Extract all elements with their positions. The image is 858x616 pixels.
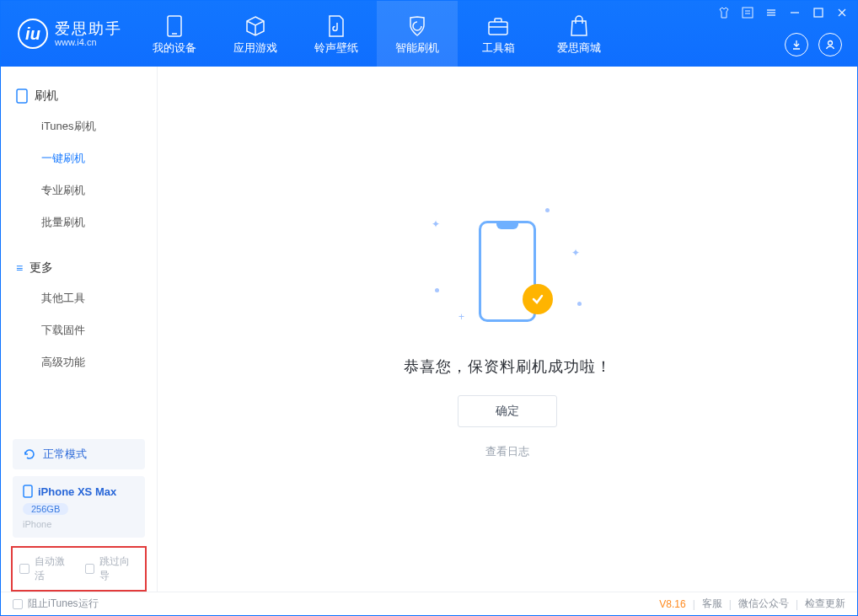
- window-controls: [717, 6, 849, 19]
- nav-toolbox[interactable]: 工具箱: [458, 1, 539, 67]
- sidebar-item-other-tools[interactable]: 其他工具: [1, 282, 157, 314]
- tshirt-icon[interactable]: [717, 6, 731, 19]
- sidebar-section-more: ≡ 更多: [1, 254, 157, 282]
- nav-label: 铃声壁纸: [314, 40, 358, 56]
- device-type: iPhone: [23, 519, 135, 529]
- device-icon: [16, 88, 28, 104]
- svg-rect-16: [24, 485, 32, 497]
- cube-icon: [244, 15, 266, 37]
- mode-button[interactable]: 正常模式: [13, 439, 145, 469]
- shield-icon: [407, 15, 427, 37]
- version-label: V8.16: [659, 598, 685, 610]
- device-card[interactable]: iPhone XS Max 256GB iPhone: [13, 476, 145, 538]
- maximize-icon[interactable]: [812, 6, 825, 19]
- logo-icon: iu: [18, 19, 48, 49]
- menu-icon[interactable]: [764, 6, 778, 19]
- list-icon: ≡: [16, 261, 23, 275]
- checkbox-icon: [13, 599, 23, 609]
- option-skip-guide[interactable]: 跳过向导: [85, 554, 139, 583]
- nav-smart-flash[interactable]: 智能刷机: [377, 1, 458, 67]
- nav-label: 应用游戏: [233, 40, 277, 56]
- app-url: www.i4.cn: [55, 38, 122, 47]
- nav-store[interactable]: 爱思商城: [539, 1, 619, 67]
- success-message: 恭喜您，保资料刷机成功啦！: [404, 356, 612, 377]
- svg-rect-15: [17, 89, 27, 103]
- checkbox-icon: [85, 564, 95, 574]
- bag-icon: [570, 15, 588, 37]
- title-bar: iu 爱思助手 www.i4.cn 我的设备 应用游戏 铃声壁纸 智能刷机 工具…: [1, 1, 857, 67]
- music-file-icon: [327, 15, 346, 37]
- user-button[interactable]: [818, 33, 842, 56]
- option-auto-activate[interactable]: 自动激活: [19, 554, 73, 583]
- section-title: 刷机: [35, 88, 58, 104]
- svg-rect-11: [814, 8, 823, 17]
- opt-label: 自动激活: [35, 554, 73, 583]
- nav-ringtone-wallpaper[interactable]: 铃声壁纸: [296, 1, 377, 67]
- download-button[interactable]: [785, 33, 808, 56]
- toolbox-icon: [487, 15, 509, 37]
- svg-rect-4: [743, 8, 753, 18]
- mode-label: 正常模式: [43, 447, 87, 462]
- opt-label: 阻止iTunes运行: [28, 597, 99, 611]
- spark-icon: +: [458, 311, 464, 323]
- options-row: 自动激活 跳过向导: [11, 546, 147, 592]
- app-name: 爱思助手: [55, 21, 122, 36]
- main-content: ✦ ✦ + 恭喜您，保资料刷机成功啦！ 确定 查看日志: [158, 67, 857, 592]
- nav-label: 工具箱: [482, 40, 515, 56]
- confirm-button[interactable]: 确定: [458, 395, 557, 427]
- phone-icon: [23, 485, 33, 498]
- spark-icon: ✦: [432, 218, 440, 230]
- check-badge-icon: [523, 284, 553, 314]
- device-storage: 256GB: [23, 503, 68, 515]
- nav-label: 爱思商城: [557, 40, 601, 56]
- close-icon[interactable]: [835, 6, 849, 19]
- statusbar-link-wechat[interactable]: 微信公众号: [738, 597, 789, 611]
- header-actions: [785, 33, 842, 56]
- main-nav: 我的设备 应用游戏 铃声壁纸 智能刷机 工具箱 爱思商城: [134, 1, 619, 67]
- sidebar-item-batch-flash[interactable]: 批量刷机: [1, 206, 157, 238]
- nav-apps-games[interactable]: 应用游戏: [215, 1, 296, 67]
- status-bar: 阻止iTunes运行 V8.16 | 客服 | 微信公众号 | 检查更新: [1, 592, 857, 615]
- opt-label: 跳过向导: [99, 554, 138, 583]
- sidebar: 刷机 iTunes刷机 一键刷机 专业刷机 批量刷机 ≡ 更多 其他工具 下载固…: [1, 67, 158, 592]
- sidebar-item-advanced[interactable]: 高级功能: [1, 346, 157, 378]
- dot-icon: [435, 288, 439, 292]
- phone-icon: [167, 15, 182, 37]
- device-name-text: iPhone XS Max: [38, 485, 116, 498]
- success-illustration: ✦ ✦ +: [432, 200, 583, 343]
- nav-label: 我的设备: [153, 40, 196, 56]
- app-logo: iu 爱思助手 www.i4.cn: [1, 1, 134, 67]
- statusbar-link-update[interactable]: 检查更新: [805, 597, 845, 611]
- refresh-icon: [23, 447, 36, 461]
- sidebar-item-download-firmware[interactable]: 下载固件: [1, 314, 157, 346]
- minimize-icon[interactable]: [788, 6, 802, 19]
- svg-point-14: [829, 41, 833, 46]
- checkbox-icon: [19, 564, 29, 574]
- feedback-icon[interactable]: [741, 6, 754, 19]
- dot-icon: [545, 208, 550, 212]
- section-title: 更多: [29, 260, 53, 276]
- view-log-link[interactable]: 查看日志: [485, 444, 529, 459]
- statusbar-link-support[interactable]: 客服: [702, 597, 722, 611]
- svg-rect-2: [489, 22, 507, 35]
- sidebar-item-pro-flash[interactable]: 专业刷机: [1, 174, 157, 206]
- spark-icon: ✦: [571, 247, 580, 259]
- sidebar-section-flash: 刷机: [1, 82, 157, 110]
- nav-my-device[interactable]: 我的设备: [134, 1, 215, 67]
- dot-icon: [577, 302, 582, 306]
- sidebar-item-itunes-flash[interactable]: iTunes刷机: [1, 110, 157, 142]
- nav-label: 智能刷机: [395, 40, 439, 56]
- option-block-itunes[interactable]: 阻止iTunes运行: [13, 597, 99, 611]
- sidebar-item-oneclick-flash[interactable]: 一键刷机: [1, 142, 157, 174]
